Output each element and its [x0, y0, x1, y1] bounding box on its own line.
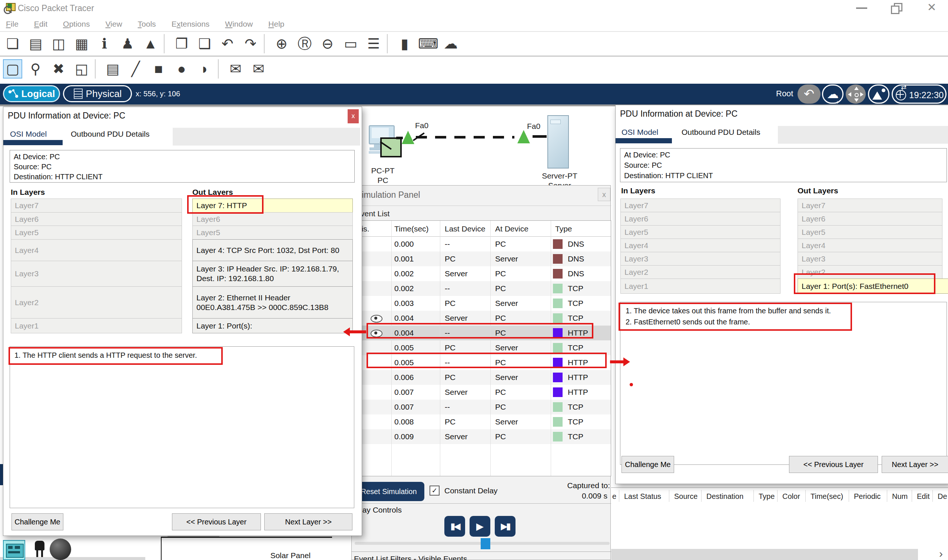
- ruler-icon[interactable]: ▮: [395, 34, 414, 53]
- menu-tools[interactable]: Tools: [138, 20, 156, 29]
- right-in-layer-4[interactable]: Layer4: [620, 238, 780, 252]
- restore-button[interactable]: [891, 3, 901, 12]
- device-thumb-sphere[interactable]: [50, 538, 71, 560]
- close-button[interactable]: ✕: [925, 1, 938, 14]
- zoom-reset-icon[interactable]: Ⓡ: [295, 34, 314, 53]
- left-in-layer-5[interactable]: Layer5: [11, 226, 182, 240]
- place-note-icon[interactable]: ▤: [103, 59, 122, 78]
- pan-button[interactable]: [846, 85, 866, 104]
- left-in-layer-6[interactable]: Layer6: [11, 212, 182, 226]
- event-row[interactable]: 0.007ServerPCHTTP: [353, 385, 611, 400]
- right-in-layer-3[interactable]: Layer3: [620, 252, 780, 266]
- resize-tool-icon[interactable]: ◱: [72, 59, 91, 78]
- event-row[interactable]: 0.006PCServerHTTP: [353, 370, 611, 385]
- right-out-layer-7[interactable]: Layer7: [797, 198, 942, 212]
- network-description-icon[interactable]: ▲: [141, 34, 160, 53]
- event-row[interactable]: 0.009ServerPCTCP: [353, 429, 611, 444]
- new-file-icon[interactable]: ❏: [3, 34, 22, 53]
- dialog-close-button[interactable]: x: [348, 109, 359, 123]
- save-icon[interactable]: ◫: [49, 34, 68, 53]
- redo-icon[interactable]: ↷: [241, 34, 260, 53]
- left-out-layer-6[interactable]: Layer6: [192, 212, 353, 226]
- environment-button[interactable]: [868, 85, 889, 104]
- add-complex-pdu-icon[interactable]: ✉: [249, 59, 268, 78]
- menu-view[interactable]: View: [105, 20, 122, 29]
- challenge-me-button[interactable]: Challenge Me: [11, 513, 63, 530]
- forward-step-button[interactable]: ▶▮: [495, 516, 515, 537]
- visible-eye-icon[interactable]: [371, 315, 382, 323]
- reset-simulation-button[interactable]: Reset Simulation: [353, 482, 424, 501]
- realtime-clock[interactable]: ⇄ 19:22:30: [892, 85, 946, 104]
- tab-outbound-pdu[interactable]: Outbound PDU Details: [71, 130, 150, 138]
- select-tool-icon[interactable]: ▢: [3, 59, 22, 78]
- tab-osi-model[interactable]: OSI Model: [621, 128, 658, 137]
- custom-device-icon[interactable]: ⌨: [418, 34, 437, 53]
- add-simple-pdu-icon[interactable]: ✉: [226, 59, 245, 78]
- right-in-layer-7[interactable]: Layer7: [620, 198, 780, 212]
- next-layer-button[interactable]: Next Layer >>: [882, 456, 948, 473]
- tab-physical[interactable]: Physical: [63, 85, 132, 102]
- right-in-layer-2[interactable]: Layer2: [620, 265, 780, 279]
- viewport-icon[interactable]: ▭: [341, 34, 360, 53]
- tab-outbound-pdu[interactable]: Outbound PDU Details: [681, 128, 760, 137]
- inspect-tool-icon[interactable]: ⚲: [26, 59, 45, 78]
- left-in-layer-3[interactable]: Layer3: [11, 261, 182, 287]
- copy-icon[interactable]: ❐: [172, 34, 191, 53]
- zoom-in-icon[interactable]: ⊕: [272, 34, 291, 53]
- menu-help[interactable]: Help: [268, 20, 284, 29]
- minimize-button[interactable]: [856, 8, 867, 9]
- right-out-layer-3[interactable]: Layer3: [797, 252, 942, 266]
- back-step-button[interactable]: ▮◀: [444, 516, 465, 537]
- device-server[interactable]: [547, 115, 571, 170]
- challenge-me-button[interactable]: Challenge Me: [621, 456, 674, 473]
- play-button[interactable]: ▶: [470, 516, 490, 537]
- event-row[interactable]: 0.008PCServerTCP: [353, 414, 611, 429]
- left-out-layer-4[interactable]: Layer 4: TCP Src Port: 1032, Dst Port: 8…: [192, 239, 353, 261]
- info-icon[interactable]: ℹ: [95, 34, 114, 53]
- right-out-layer-4[interactable]: Layer4: [797, 238, 942, 252]
- right-in-layer-5[interactable]: Layer5: [620, 225, 780, 239]
- horizontal-scrollbar-track[interactable]: [611, 549, 918, 560]
- tab-osi-model[interactable]: OSI Model: [10, 130, 47, 138]
- undo-icon[interactable]: ↶: [218, 34, 237, 53]
- event-row[interactable]: 0.002ServerPCDNS: [353, 266, 611, 281]
- palette-list-icon[interactable]: ☰: [364, 34, 383, 53]
- tab-logical[interactable]: Logical: [3, 85, 60, 102]
- next-layer-button[interactable]: Next Layer >>: [264, 513, 353, 530]
- activity-wizard-icon[interactable]: ♟: [118, 34, 137, 53]
- event-row[interactable]: 0.003PCServerTCP: [353, 296, 611, 311]
- intercloud-button[interactable]: ☁+: [822, 85, 843, 104]
- pdu-envelope-icon[interactable]: [380, 137, 402, 157]
- left-out-layer-1[interactable]: Layer 1: Port(s):: [192, 318, 353, 333]
- right-in-layer-6[interactable]: Layer6: [620, 212, 780, 226]
- device-thumb-board[interactable]: [3, 540, 25, 560]
- left-in-layer-2[interactable]: Layer2: [11, 286, 182, 318]
- left-out-layer-3[interactable]: Layer 3: IP Header Src. IP: 192.168.1.79…: [192, 261, 353, 287]
- menu-options[interactable]: Options: [63, 20, 90, 29]
- event-row[interactable]: 0.001PCServerDNS: [353, 251, 611, 266]
- previous-layer-button[interactable]: << Previous Layer: [172, 513, 261, 530]
- print-icon[interactable]: ▦: [72, 34, 91, 53]
- right-out-layer-6[interactable]: Layer6: [797, 212, 942, 226]
- scrollbar-right-arrow[interactable]: ›: [934, 548, 948, 560]
- draw-rectangle-icon[interactable]: ■: [149, 59, 168, 78]
- speed-slider-handle[interactable]: [481, 538, 490, 549]
- event-row[interactable]: 0.000--PCDNS: [353, 237, 611, 251]
- menu-file[interactable]: File: [6, 20, 18, 29]
- menu-window[interactable]: Window: [225, 20, 253, 29]
- right-in-layer-1[interactable]: Layer1: [620, 278, 780, 294]
- previous-layer-button[interactable]: << Previous Layer: [789, 456, 878, 473]
- paste-icon[interactable]: ❑: [195, 34, 214, 53]
- delete-tool-icon[interactable]: ✖: [49, 59, 68, 78]
- zoom-out-icon[interactable]: ⊖: [318, 34, 337, 53]
- device-thumb-plug[interactable]: [32, 541, 47, 559]
- menu-edit[interactable]: Edit: [34, 20, 48, 29]
- draw-line-icon[interactable]: ╱: [126, 59, 145, 78]
- left-in-layer-7[interactable]: Layer7: [11, 198, 182, 212]
- left-out-layer-2[interactable]: Layer 2: Ethernet II Header 00E0.A381.47…: [192, 286, 353, 318]
- draw-ellipse-icon[interactable]: ●: [172, 59, 191, 78]
- menu-extensions[interactable]: Extensions: [171, 20, 210, 29]
- simulation-panel-close[interactable]: x: [598, 188, 610, 201]
- right-out-layer-5[interactable]: Layer5: [797, 225, 942, 239]
- event-row[interactable]: 0.007--PCTCP: [353, 400, 611, 414]
